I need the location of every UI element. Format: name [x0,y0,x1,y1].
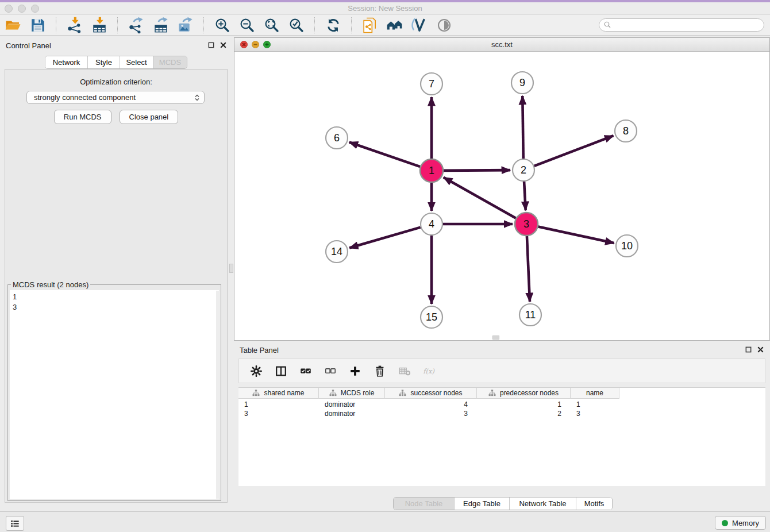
delete-column-icon[interactable] [372,364,387,378]
task-history-button[interactable] [6,516,24,531]
tab-select[interactable]: Select [120,56,153,68]
deselect-all-rows-icon[interactable] [323,364,338,378]
zoom-fit-icon[interactable] [262,16,282,35]
graph-edge-3-10[interactable] [538,226,614,243]
select-all-rows-icon[interactable] [298,364,313,378]
graph-edge-4-14[interactable] [349,228,421,248]
cell-mcds-role[interactable]: dominator [319,410,385,418]
graph-edge-3-11[interactable] [527,236,530,302]
table-panel: Table Panel f(x) shared nameMCDS rolesuc… [234,342,770,511]
home-icon[interactable] [385,16,405,35]
graph-node-9[interactable]: 9 [511,72,533,94]
split-grabber-vertical[interactable] [229,264,233,273]
column-header-shared-name[interactable]: shared name [238,388,319,399]
split-grabber-horizontal[interactable] [492,336,499,340]
column-header-predecessor-nodes[interactable]: predecessor nodes [477,388,571,399]
tab-style[interactable]: Style [88,56,120,68]
export-network-icon[interactable] [126,16,146,35]
graph-node-14[interactable]: 14 [326,241,348,263]
table-tab-network-table[interactable]: Network Table [510,498,576,510]
cell-predecessor-nodes[interactable]: 1 [477,400,571,408]
column-header-successor-nodes[interactable]: successor nodes [385,388,477,399]
import-network-icon[interactable] [65,16,84,35]
float-panel-icon[interactable] [207,41,215,49]
run-mcds-button[interactable]: Run MCDS [54,110,111,124]
graph-node-11[interactable]: 11 [519,304,541,326]
cell-successor-nodes[interactable]: 4 [385,400,477,408]
column-header-name[interactable]: name [571,388,619,399]
table-settings-icon[interactable] [249,364,264,378]
table-tab-motifs[interactable]: Motifs [576,498,612,510]
import-table-icon[interactable] [90,16,109,35]
table-row[interactable]: 3dominator323 [238,409,765,418]
cell-name[interactable]: 3 [571,410,619,418]
tab-network[interactable]: Network [45,56,88,68]
table-tab-node-table[interactable]: Node Table [394,498,455,510]
graph-edge-2-8[interactable] [534,136,614,166]
node-table: shared nameMCDS rolesuccessor nodesprede… [238,387,765,486]
graph-node-4[interactable]: 4 [421,213,442,235]
export-table-icon[interactable] [151,16,171,35]
add-column-icon[interactable] [348,364,363,378]
graph-edge-1-2[interactable] [444,170,510,171]
cell-successor-nodes[interactable]: 3 [385,410,477,418]
graph-edge-2-9[interactable] [522,96,523,159]
svg-text:6: 6 [334,132,340,144]
graph-edge-1-6[interactable] [349,142,420,167]
graph-node-10[interactable]: 10 [616,235,638,257]
close-panel-button[interactable]: Close panel [120,110,179,124]
export-image-icon[interactable] [176,16,195,35]
toolbar-separator [203,17,205,33]
table-row[interactable]: 1dominator411 [238,400,765,409]
graph-node-15[interactable]: 15 [421,306,442,328]
refresh-network-icon[interactable] [324,16,343,35]
graph-node-8[interactable]: 8 [615,120,637,142]
cell-shared-name[interactable]: 1 [238,400,319,408]
svg-text:4: 4 [429,218,434,230]
svg-text:3: 3 [523,218,529,230]
zoom-selected-icon[interactable] [287,16,306,35]
toolbar-separator [117,17,118,33]
graph-node-6[interactable]: 6 [326,127,348,149]
cell-shared-name[interactable]: 3 [238,410,319,418]
cell-name[interactable]: 1 [571,400,619,408]
zoom-out-icon[interactable] [237,16,257,35]
close-table-panel-icon[interactable] [757,346,764,353]
graph-node-1[interactable]: 1 [420,159,443,182]
show-hide-icon[interactable] [434,16,454,35]
network-canvas[interactable]: 7968124314101511 [234,51,769,340]
delete-table-icon [397,364,412,378]
search-box[interactable] [599,18,764,32]
mcds-result-node: 1 [13,292,219,302]
graph-edge-2-3[interactable] [524,182,526,210]
cell-mcds-role[interactable]: dominator [319,400,385,408]
memory-button[interactable]: Memory [715,516,766,530]
save-session-icon[interactable] [28,16,48,35]
cytoscape-vizmapper-icon[interactable] [410,16,429,35]
column-header-mcds-role[interactable]: MCDS role [319,388,385,399]
graph-node-2[interactable]: 2 [513,159,534,181]
network-graph[interactable]: 7968124314101511 [234,51,769,340]
column-visibility-icon[interactable] [274,364,288,378]
table-toolbar: f(x) [238,358,765,383]
table-panel-controls [745,346,764,353]
close-panel-icon[interactable] [220,41,227,49]
search-input[interactable] [612,21,764,29]
float-table-panel-icon[interactable] [745,346,752,353]
mcds-result-list[interactable]: 13 [10,290,219,499]
cell-predecessor-nodes[interactable]: 2 [477,410,571,418]
network-document-icon[interactable] [360,16,380,35]
open-session-icon[interactable] [3,16,23,35]
select-stepper-icon [194,92,201,103]
graph-edge-3-1[interactable] [444,178,516,218]
network-window-titlebar[interactable]: scc.txt [234,38,769,52]
function-builder-icon: f(x) [422,364,437,378]
table-tab-edge-table[interactable]: Edge Table [455,498,510,510]
tab-mcds[interactable]: MCDS [153,56,187,68]
result-scrollbar[interactable] [216,291,220,499]
column-label: predecessor nodes [500,389,559,397]
graph-node-7[interactable]: 7 [421,73,442,95]
zoom-in-icon[interactable] [213,16,232,35]
graph-node-3[interactable]: 3 [515,213,538,236]
criterion-select[interactable]: strongly connected component [26,91,205,104]
